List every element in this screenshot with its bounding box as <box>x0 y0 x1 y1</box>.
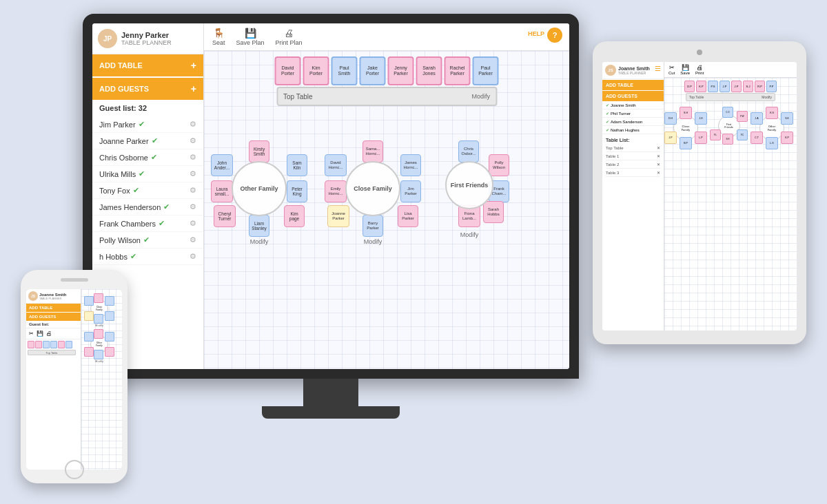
table-row[interactable]: JennyParker <box>388 56 414 85</box>
gear-icon[interactable]: ⚙ <box>190 186 196 195</box>
phone-save-icon[interactable]: 💾 <box>37 330 43 337</box>
print-plan-button[interactable]: 🖨 Print Plan <box>276 28 303 46</box>
table-row[interactable]: S.H <box>680 107 692 119</box>
table-row[interactable]: K.S <box>766 107 778 119</box>
table-row[interactable]: PollyWilson <box>489 154 509 176</box>
table-row[interactable]: P.P <box>766 81 777 92</box>
table-row[interactable]: J.P <box>719 81 730 92</box>
table-row[interactable]: J.A <box>751 112 763 125</box>
table-row[interactable] <box>65 341 72 348</box>
phone-add-table-button[interactable]: ADD TABLE <box>26 304 81 312</box>
help-button[interactable]: ? <box>547 28 562 43</box>
table-row[interactable] <box>105 311 114 321</box>
table-row[interactable]: JimParker <box>400 180 421 202</box>
phone-modify-button-other[interactable]: Modify <box>95 359 103 363</box>
gear-icon[interactable]: ⚙ <box>190 169 196 178</box>
table-row[interactable]: L.P <box>695 132 707 144</box>
table-row[interactable] <box>94 350 103 359</box>
table-row[interactable] <box>94 329 103 339</box>
tablet-add-table-button[interactable]: ADD TABLE <box>602 80 664 90</box>
save-plan-button[interactable]: 💾 Save Plan <box>236 28 265 46</box>
table-row[interactable] <box>105 332 114 342</box>
gear-icon[interactable]: ⚙ <box>190 219 196 228</box>
gear-icon[interactable]: ⚙ <box>190 202 196 211</box>
gear-icon[interactable]: ⚙ <box>190 252 196 261</box>
table-row[interactable]: DavidPorter <box>275 56 301 85</box>
table-row[interactable]: DavidHornc... <box>325 154 347 176</box>
table-row[interactable] <box>84 296 94 306</box>
table-row[interactable]: F.L <box>710 129 721 140</box>
table-row[interactable]: P.S <box>708 81 718 92</box>
table-row[interactable]: J.H <box>695 112 707 125</box>
tablet-add-guests-button[interactable]: ADD GUESTS <box>602 91 664 101</box>
table-row[interactable]: PeterKing <box>287 180 307 202</box>
modify-button[interactable]: Modify <box>364 238 382 245</box>
gear-icon[interactable]: ⚙ <box>190 120 196 129</box>
table-row[interactable]: PaulParker <box>473 56 499 85</box>
table-row[interactable]: C.O <box>722 107 733 118</box>
table-row[interactable]: JohnAnder... <box>211 154 233 176</box>
table-row[interactable]: KirstySmith <box>249 140 269 162</box>
table-row[interactable]: K.P <box>781 132 793 144</box>
table-row[interactable]: C.T <box>751 132 763 144</box>
table-row[interactable]: JoanneParker <box>327 205 349 227</box>
table-row[interactable]: LiamStanley <box>249 215 269 237</box>
table-row[interactable] <box>84 332 94 342</box>
table-row[interactable] <box>84 347 94 357</box>
table-row[interactable]: PaulSmith <box>331 56 358 85</box>
table-row[interactable]: P.W <box>737 111 748 122</box>
table-row[interactable]: J.P <box>731 81 742 92</box>
table-row[interactable]: Sama...Hornc... <box>363 140 383 162</box>
table-row[interactable] <box>84 311 94 321</box>
modify-button[interactable]: Modify <box>762 95 772 99</box>
table-row[interactable]: KimPorter <box>303 56 329 85</box>
phone-modify-button[interactable]: Modify <box>95 324 103 327</box>
table-row[interactable]: ChrisOsbor... <box>458 140 479 162</box>
x-icon[interactable]: ✕ <box>657 154 660 158</box>
table-row[interactable] <box>94 293 103 303</box>
tablet-print-button[interactable]: 🖨Print <box>695 64 704 75</box>
table-row[interactable]: B.P <box>680 137 692 149</box>
phone-print-icon[interactable]: 🖨 <box>46 330 52 337</box>
table-row[interactable]: F.C <box>737 129 748 140</box>
tablet-cut-button[interactable]: ✂Cut <box>668 64 675 75</box>
table-row[interactable]: Laurasmall... <box>211 180 233 202</box>
table-row[interactable]: R.P <box>755 81 765 92</box>
phone-cut-icon[interactable]: ✂ <box>29 330 34 337</box>
table-row[interactable] <box>50 341 57 348</box>
table-row[interactable] <box>35 341 42 348</box>
x-icon[interactable]: ✕ <box>657 162 660 167</box>
table-row[interactable]: S.J <box>743 81 753 92</box>
table-row[interactable]: S.H <box>722 134 733 145</box>
table-row[interactable]: D.P <box>684 81 695 92</box>
add-table-button[interactable]: ADD TABLE + <box>92 54 203 76</box>
tablet-menu-icon[interactable]: ☰ <box>655 65 661 72</box>
tablet-save-button[interactable]: 💾Save <box>680 64 690 75</box>
table-row[interactable] <box>94 314 103 324</box>
add-guests-button[interactable]: ADD GUESTS + <box>92 78 203 100</box>
gear-icon[interactable]: ⚙ <box>190 136 196 145</box>
modify-button[interactable]: Modify <box>471 93 490 100</box>
x-icon[interactable]: ✕ <box>657 145 660 150</box>
modify-button[interactable]: Modify <box>250 238 269 245</box>
phone-add-guests-button[interactable]: ADD GUESTS <box>26 313 81 321</box>
table-row[interactable]: JakePorter <box>360 56 386 85</box>
table-row[interactable]: L.S <box>766 137 778 149</box>
table-row[interactable]: SarahHobbs <box>483 201 504 223</box>
table-row[interactable]: JamesHornc... <box>400 154 421 176</box>
modify-button[interactable]: Modify <box>460 231 479 238</box>
table-row[interactable]: EmilyHornc... <box>325 180 347 202</box>
table-row[interactable]: D.H <box>664 112 677 125</box>
table-row[interactable] <box>43 341 50 348</box>
table-row[interactable]: SamKiln <box>287 154 307 176</box>
table-row[interactable]: SarahJones <box>416 56 442 85</box>
table-row[interactable]: J.P <box>664 132 677 144</box>
table-row[interactable]: BarryParker <box>363 215 383 237</box>
seat-button[interactable]: 🪑 Seat <box>212 28 225 46</box>
table-row[interactable]: S.K <box>781 112 793 125</box>
table-row[interactable]: LisaParker <box>398 205 418 227</box>
table-row[interactable]: Kimpage <box>284 205 305 227</box>
table-row[interactable] <box>105 347 114 357</box>
gear-icon[interactable]: ⚙ <box>190 235 196 244</box>
table-row[interactable]: RachelParker <box>445 56 471 85</box>
